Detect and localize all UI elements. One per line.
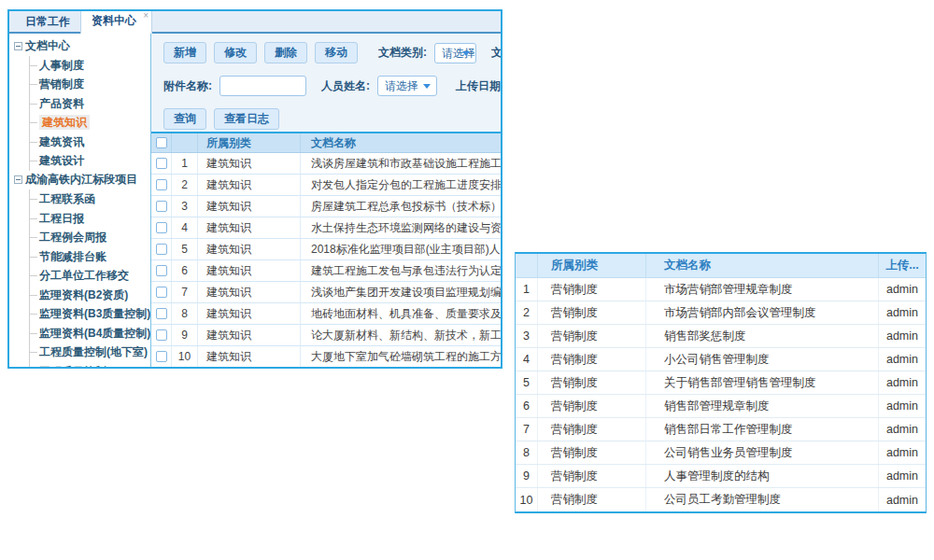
table-row[interactable]: 5 建筑知识 2018标准化监理项目部(业主项目部)人员... — [151, 239, 501, 260]
index-column-header — [172, 133, 198, 152]
tree-children: 人事制度 营销制度 产品资料 建筑知识 建筑资讯 建筑设计 — [29, 56, 150, 171]
tree-item-supervision-b2[interactable]: 监理资料(B2资质) — [30, 286, 150, 305]
tab-data-center-label: 资料中心 — [92, 14, 136, 27]
row-checkbox[interactable] — [156, 222, 167, 233]
table-row[interactable]: 8 建筑知识 地砖地面材料、机具准备、质量要求及... — [151, 303, 501, 325]
table-row[interactable]: 3 营销制度 销售部奖惩制度 admin — [516, 325, 926, 348]
tree-root-label: 文档中心 — [25, 38, 70, 54]
delete-button[interactable]: 删除 — [264, 42, 307, 63]
row-checkbox[interactable] — [156, 308, 167, 319]
tree-item-building-news[interactable]: 建筑资讯 — [30, 133, 150, 152]
main-panel: 新增 修改 删除 移动 文档类别: 请选择 文档 附件名称: 人员姓名: 请选择 — [151, 34, 501, 367]
tab-daily-work[interactable]: 日常工作 — [15, 11, 80, 32]
tree-item-supervision-b3[interactable]: 监理资料(B3质量控制) — [30, 304, 150, 324]
tree-item-building-design[interactable]: 建筑设计 — [30, 151, 150, 171]
doc-category-label: 文档类别: — [378, 45, 427, 61]
tree-item-energy-saving[interactable]: 节能减排台账 — [30, 247, 150, 267]
query-button[interactable]: 查询 — [163, 108, 206, 130]
document-center-window: 日常工作 资料中心 × 文档中心 人事制度 营销制度 产品资料 建筑知识 建筑资… — [7, 9, 502, 369]
tree-root-chengyu-project[interactable]: 成渝高铁内江标段项目 — [14, 171, 150, 190]
table-row[interactable]: 4 建筑知识 水土保持生态环境监测网络的建设与资... — [151, 217, 501, 239]
tree-item-building-knowledge[interactable]: 建筑知识 — [30, 113, 150, 133]
table-row[interactable]: 1 建筑知识 浅谈房屋建筑和市政基础设施工程施工... — [151, 153, 501, 175]
doc-name-column-header: 文档名称 — [646, 254, 879, 277]
table-row[interactable]: 3 建筑知识 房屋建筑工程总承包投标书（技术标）... — [151, 196, 501, 217]
category-tree-sidebar: 文档中心 人事制度 营销制度 产品资料 建筑知识 建筑资讯 建筑设计 成渝高铁内… — [9, 34, 151, 367]
upload-date-label: 上传日期 — [456, 78, 501, 94]
tab-bar: 日常工作 资料中心 × — [9, 11, 501, 34]
table-header: 所属别类 文档名称 — [151, 133, 501, 153]
tree-root-document-center[interactable]: 文档中心 — [14, 36, 150, 56]
row-checkbox[interactable] — [156, 244, 167, 255]
tree-item-project-letters[interactable]: 工程联系函 — [30, 189, 150, 209]
tree-item-work-transfer[interactable]: 分工单位工作移交 — [30, 266, 150, 286]
select-all-checkbox[interactable] — [156, 137, 167, 148]
table-header: 所属别类 文档名称 上传... — [516, 254, 926, 278]
doc-category-select[interactable]: 请选择 — [434, 43, 476, 63]
add-button[interactable]: 新增 — [163, 42, 206, 63]
table-row[interactable]: 6 营销制度 销售部管理规章制度 admin — [516, 395, 926, 418]
table-row[interactable]: 10 营销制度 公司员工考勤管理制度 admin — [516, 488, 926, 511]
category-column-header: 所属别类 — [198, 133, 301, 152]
table-row[interactable]: 7 营销制度 销售部日常工作管理制度 admin — [516, 418, 926, 441]
row-checkbox[interactable] — [156, 265, 167, 276]
tree-item-partial[interactable]: 工程质量控制( — [30, 362, 150, 368]
tree-item-project-daily[interactable]: 工程日报 — [30, 209, 150, 229]
doc-category-value: 请选择 — [442, 47, 475, 60]
tab-data-center[interactable]: 资料中心 × — [80, 9, 152, 34]
table-row[interactable]: 7 建筑知识 浅谈地产集团开发建设项目监理规划编... — [151, 282, 501, 303]
attachment-name-input[interactable] — [219, 76, 306, 96]
table-row[interactable]: 4 营销制度 小公司销售管理制度 admin — [516, 348, 926, 371]
document-table: 所属别类 文档名称 1 建筑知识 浅谈房屋建筑和市政基础设施工程施工... 2 … — [151, 132, 501, 367]
table-row[interactable]: 1 营销制度 市场营销部管理规章制度 admin — [516, 278, 926, 301]
row-checkbox[interactable] — [156, 351, 167, 362]
row-checkbox[interactable] — [156, 201, 167, 212]
clipped-doc-label: 文档 — [491, 45, 501, 61]
table-row[interactable]: 2 营销制度 市场营销部内部会议管理制度 admin — [516, 301, 926, 325]
view-log-button[interactable]: 查看日志 — [214, 108, 279, 130]
category-column-header: 所属别类 — [538, 254, 646, 277]
chevron-down-icon — [462, 51, 470, 56]
tree-item-hr-policy[interactable]: 人事制度 — [30, 56, 150, 76]
attachment-name-label: 附件名称: — [163, 78, 212, 94]
tree-children: 工程联系函 工程日报 工程例会周报 节能减排台账 分工单位工作移交 监理资料(B… — [29, 189, 150, 367]
row-checkbox[interactable] — [156, 179, 167, 190]
person-name-select[interactable]: 请选择 — [377, 76, 437, 96]
row-checkbox[interactable] — [156, 287, 167, 298]
edit-button[interactable]: 修改 — [214, 42, 257, 63]
person-name-label: 人员姓名: — [321, 78, 370, 94]
tree-root-label: 成渝高铁内江标段项目 — [25, 172, 137, 188]
close-icon[interactable]: × — [143, 11, 149, 21]
chevron-down-icon — [423, 84, 431, 89]
doc-name-column-header: 文档名称 — [301, 133, 501, 152]
uploader-column-header: 上传... — [879, 254, 926, 277]
table-row[interactable]: 6 建筑知识 建筑工程施工发包与承包违法行为认定... — [151, 260, 501, 282]
table-row[interactable]: 8 营销制度 公司销售业务员管理制度 admin — [516, 441, 926, 465]
tree-item-project-weekly[interactable]: 工程例会周报 — [30, 228, 150, 247]
table-row[interactable]: 9 建筑知识 论大厦新材料、新结构、新技术，新工... — [151, 325, 501, 346]
marketing-documents-table: 所属别类 文档名称 上传... 1 营销制度 市场营销部管理规章制度 admin… — [515, 252, 927, 513]
person-name-value: 请选择 — [385, 79, 418, 92]
tree-item-marketing-policy[interactable]: 营销制度 — [30, 75, 150, 94]
table-row[interactable]: 5 营销制度 关于销售部管理销售管理制度 admin — [516, 371, 926, 395]
tree-item-supervision-b4[interactable]: 监理资料(B4质量控制) — [30, 324, 150, 343]
row-checkbox[interactable] — [156, 158, 167, 169]
tree-item-quality-basement[interactable]: 工程质量控制(地下室) — [30, 343, 150, 362]
collapse-icon[interactable] — [14, 42, 22, 50]
collapse-icon[interactable] — [14, 175, 22, 184]
table-row[interactable]: 10 建筑知识 大厦地下室加气砼墙砌筑工程的施工方... — [151, 346, 501, 367]
row-checkbox[interactable] — [156, 329, 167, 341]
tree-item-product-data[interactable]: 产品资料 — [30, 94, 150, 114]
index-column-header — [516, 254, 538, 277]
table-row[interactable]: 9 营销制度 人事管理制度的结构 admin — [516, 465, 926, 488]
move-button[interactable]: 移动 — [315, 42, 358, 63]
table-row[interactable]: 2 建筑知识 对发包人指定分包的工程施工进度安排... — [151, 175, 501, 196]
